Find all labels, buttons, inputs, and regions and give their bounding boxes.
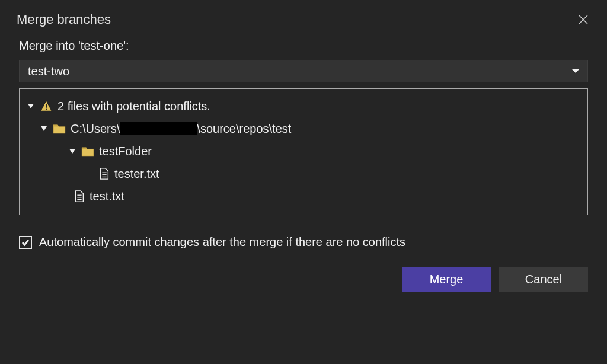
folder-label: testFolder — [99, 145, 152, 158]
button-row: Merge Cancel — [19, 267, 588, 292]
redacted-username — [120, 122, 197, 135]
file-icon — [74, 190, 85, 202]
chevron-down-icon — [572, 69, 579, 73]
merge-into-label: Merge into 'test-one': — [19, 39, 588, 53]
expander-icon — [41, 126, 47, 131]
titlebar: Merge branches — [0, 0, 607, 39]
auto-commit-checkbox[interactable] — [19, 236, 32, 249]
branch-dropdown-value: test-two — [28, 65, 69, 78]
repo-path-text: C:\Users\\source\repos\test — [71, 122, 291, 136]
svg-rect-4 — [46, 109, 47, 110]
file-label: test.txt — [90, 190, 124, 203]
dialog-title: Merge branches — [17, 12, 111, 27]
branch-dropdown[interactable]: test-two — [19, 60, 588, 82]
close-icon — [578, 14, 589, 25]
conflict-tree: 2 files with potential conflicts. C:\Use… — [19, 88, 588, 215]
folder-icon — [81, 146, 94, 157]
tree-root-conflicts[interactable]: 2 files with potential conflicts. — [25, 95, 582, 117]
tree-repo-path[interactable]: C:\Users\\source\repos\test — [25, 117, 582, 140]
dialog-content: Merge into 'test-one': test-two 2 files … — [0, 39, 607, 305]
merge-button[interactable]: Merge — [402, 267, 491, 292]
cancel-button[interactable]: Cancel — [499, 267, 588, 292]
folder-icon — [53, 123, 66, 134]
conflict-summary: 2 files with potential conflicts. — [57, 100, 210, 113]
file-label: tester.txt — [114, 167, 159, 181]
tree-file[interactable]: test.txt — [25, 185, 582, 207]
auto-commit-option[interactable]: Automatically commit changes after the m… — [19, 235, 588, 249]
warning-icon — [40, 100, 53, 113]
file-icon — [99, 168, 110, 180]
close-button[interactable] — [576, 12, 590, 27]
checkmark-icon — [21, 238, 30, 247]
auto-commit-label: Automatically commit changes after the m… — [39, 235, 405, 249]
tree-file[interactable]: tester.txt — [25, 162, 582, 185]
svg-rect-3 — [46, 104, 47, 107]
tree-folder[interactable]: testFolder — [25, 140, 582, 162]
expander-icon — [69, 149, 75, 154]
expander-icon — [28, 104, 34, 108]
